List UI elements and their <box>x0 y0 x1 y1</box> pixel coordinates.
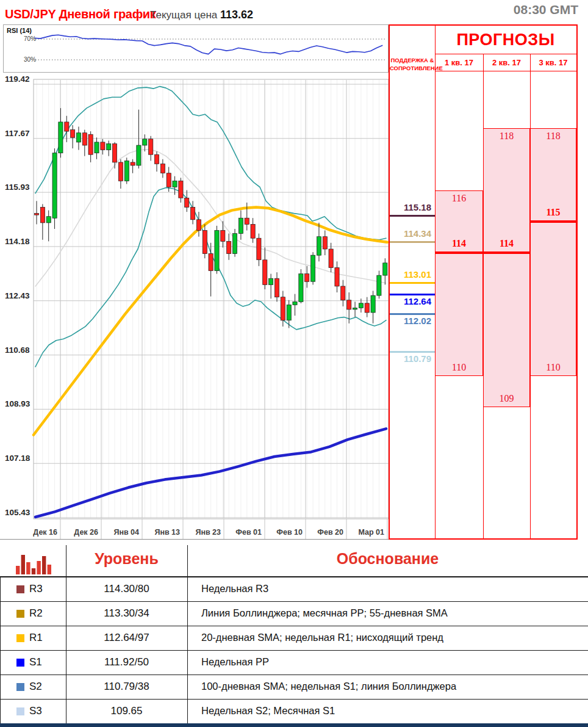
level-row-label: R3 <box>29 583 43 595</box>
candle <box>88 134 93 154</box>
current-price-line: Текущая цена 113.62 <box>150 9 253 21</box>
forecast-range-low: 110 <box>530 362 576 373</box>
x-axis-label: Дек 16 <box>33 528 57 537</box>
level-rationale: Недельная R3 <box>201 583 579 595</box>
candle <box>274 278 279 297</box>
candle <box>257 238 261 260</box>
candle <box>160 164 165 173</box>
table-border <box>0 699 588 700</box>
sr-level-value: 114.34 <box>391 228 431 239</box>
usdjpy-analysis-page: USD/JPY Дневной график Текущая цена 113.… <box>0 0 588 727</box>
candle <box>299 274 303 302</box>
candle <box>118 162 123 181</box>
forecast-range-low: 110 <box>435 362 483 373</box>
forecast-target-value: 114 <box>483 238 530 249</box>
sr-level-value: 115.18 <box>391 202 431 212</box>
sr-level-line <box>390 241 435 243</box>
x-axis-label: Янв 04 <box>113 528 139 537</box>
table-border <box>0 626 588 626</box>
forecast-target-line <box>435 251 483 254</box>
timestamp: 08:30 GMT <box>514 2 578 17</box>
page-title: USD/JPY Дневной график <box>5 7 156 21</box>
support-resistance-title: ПОДДЕРЖКА & СОПРОТИВЛЕНИЕ <box>390 56 435 72</box>
candle <box>107 143 111 150</box>
sr-level-value: 112.02 <box>391 316 431 326</box>
column-header-level: Уровень <box>66 550 187 568</box>
y-axis-label: 107.18 <box>5 454 30 463</box>
candle <box>203 231 207 254</box>
forecast-range-high: 118 <box>530 131 576 142</box>
candle <box>179 181 183 198</box>
forecast-range-box <box>530 128 576 376</box>
forecast-range-box <box>435 190 483 377</box>
candle <box>281 297 285 320</box>
x-axis-label: Янв 13 <box>154 528 180 537</box>
candle <box>287 305 291 320</box>
forecast-range-low: 109 <box>483 393 530 404</box>
candle <box>335 267 339 286</box>
level-row-label: S3 <box>29 705 42 717</box>
candle <box>34 214 38 215</box>
sr-level-value: 113.01 <box>391 269 431 280</box>
y-axis-label: 114.18 <box>5 237 30 246</box>
level-value: 112.64/97 <box>66 632 187 644</box>
candle <box>329 249 333 268</box>
forecast-title: ПРОГНОЗЫ <box>435 26 576 54</box>
table-border <box>0 576 588 577</box>
candle <box>76 133 81 142</box>
level-color-swatch <box>16 634 24 642</box>
table-border <box>0 601 588 602</box>
levels-table: Уровень Обоснование R3114.30/80Недельная… <box>0 545 588 723</box>
sr-level-line <box>390 313 435 315</box>
level-rationale: 100-дневная SMA; недельная S1; линия Бол… <box>201 681 579 692</box>
x-axis-label: Дек 26 <box>74 528 98 537</box>
sr-level-line <box>390 215 435 217</box>
sr-level-line <box>390 294 435 295</box>
y-axis-label: 110.68 <box>5 345 30 355</box>
candle <box>149 139 153 154</box>
level-value: 110.79/38 <box>66 681 187 693</box>
level-value: 114.30/80 <box>66 583 187 595</box>
forecast-target-line <box>530 220 576 223</box>
candle <box>59 122 63 153</box>
current-price-value: 113.62 <box>220 9 253 21</box>
bottom-accent-bar <box>0 723 588 727</box>
y-axis-label: 105.43 <box>5 508 30 517</box>
candle <box>215 231 219 271</box>
candle <box>365 303 369 313</box>
level-rationale: Линия Боллинджера; месячная PP; 55-дневн… <box>201 607 579 619</box>
candle <box>232 234 237 254</box>
level-color-swatch <box>16 659 24 667</box>
candle <box>305 274 309 282</box>
candle <box>143 139 147 145</box>
candle <box>263 260 267 285</box>
candle <box>101 142 105 150</box>
candle <box>238 218 243 233</box>
level-row-label: S2 <box>29 681 42 693</box>
candle <box>191 208 195 220</box>
candle <box>293 302 297 305</box>
candle <box>221 231 225 242</box>
candle <box>167 173 171 187</box>
forecast-range-box <box>483 128 530 407</box>
level-color-swatch <box>16 707 24 715</box>
level-value: 113.30/34 <box>66 607 187 620</box>
level-row-label: S1 <box>29 656 42 668</box>
x-axis-label: Фев 10 <box>276 528 303 537</box>
candle <box>269 278 273 284</box>
y-axis-label: 108.93 <box>5 399 30 408</box>
sma-55-line <box>34 208 387 435</box>
level-row-label: R1 <box>29 632 43 644</box>
rsi-label: RSI (14) <box>7 27 32 34</box>
level-rationale: Недельная PP <box>201 656 579 668</box>
candle <box>377 275 381 295</box>
table-border <box>187 545 188 723</box>
sr-level-value: 110.79 <box>391 353 431 364</box>
forecast-range-high: 116 <box>435 193 483 204</box>
candle <box>131 162 135 165</box>
rsi-upper-threshold-label: 70% <box>5 35 36 42</box>
bar-chart-icon <box>16 551 54 576</box>
candle <box>40 208 45 223</box>
candle <box>311 255 315 281</box>
candle <box>124 161 129 181</box>
